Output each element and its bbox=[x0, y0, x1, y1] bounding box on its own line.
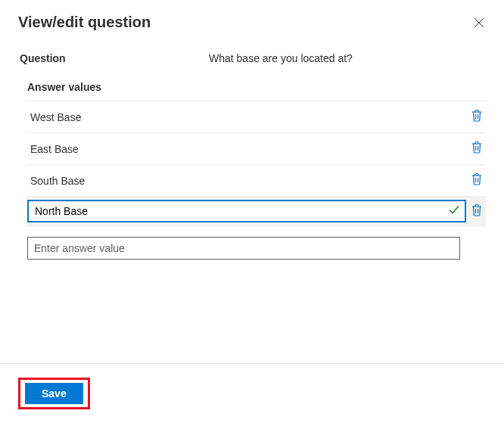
delete-answer-button[interactable] bbox=[471, 204, 483, 219]
trash-icon bbox=[471, 173, 483, 188]
close-button[interactable] bbox=[472, 17, 486, 30]
answer-row: East Base bbox=[27, 133, 486, 165]
checkmark-icon bbox=[448, 204, 460, 219]
trash-icon bbox=[471, 109, 483, 125]
save-button[interactable]: Save bbox=[25, 383, 83, 404]
trash-icon bbox=[471, 141, 483, 157]
delete-answer-button[interactable] bbox=[471, 141, 483, 157]
close-icon bbox=[474, 17, 484, 30]
answer-values-header: Answer values bbox=[27, 81, 486, 101]
delete-answer-button[interactable] bbox=[471, 109, 483, 125]
answer-row: South Base bbox=[27, 165, 486, 197]
answer-row: West Base bbox=[27, 101, 486, 133]
save-highlight-annotation: Save bbox=[18, 378, 90, 409]
new-answer-input[interactable] bbox=[27, 237, 460, 260]
answer-edit-input[interactable] bbox=[27, 200, 466, 222]
question-label: Question bbox=[20, 52, 209, 64]
trash-icon bbox=[471, 204, 483, 219]
panel-title: View/edit question bbox=[18, 14, 151, 31]
question-text: What base are you located at? bbox=[209, 52, 353, 64]
answer-value: West Base bbox=[30, 111, 81, 123]
answer-value: South Base bbox=[30, 175, 85, 187]
answer-row-editing bbox=[27, 197, 486, 226]
confirm-button[interactable] bbox=[448, 204, 460, 219]
answer-value: East Base bbox=[30, 143, 79, 155]
delete-answer-button[interactable] bbox=[471, 173, 483, 188]
